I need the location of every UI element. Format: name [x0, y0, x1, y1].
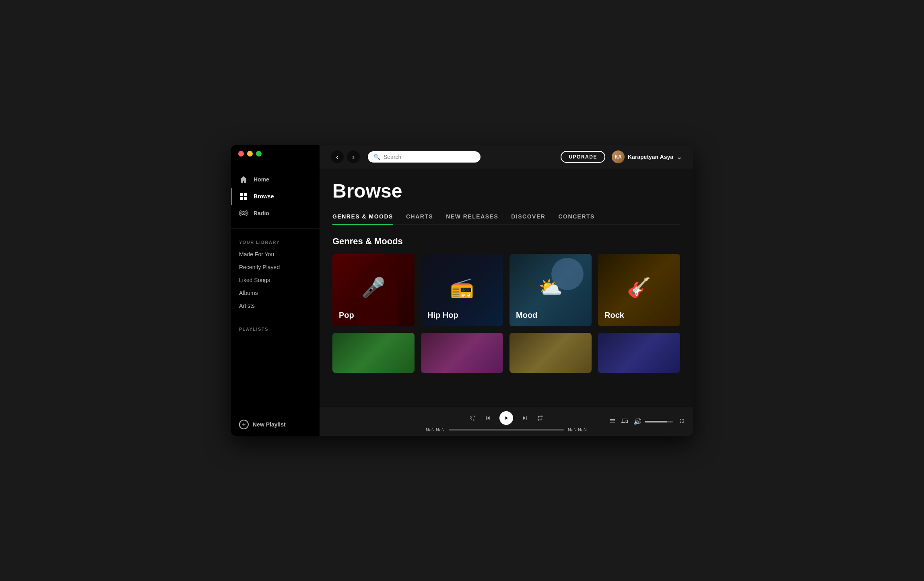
- user-name: Karapetyan Asya: [628, 154, 673, 160]
- volume-icon[interactable]: 🔊: [633, 418, 641, 425]
- time-total: NaN:NaN: [568, 427, 587, 432]
- player-controls: [469, 411, 544, 425]
- tab-concerts[interactable]: CONCERTS: [558, 213, 595, 225]
- back-button[interactable]: ‹: [331, 150, 344, 163]
- repeat-button[interactable]: [536, 414, 544, 422]
- sidebar: Home Browse: [231, 145, 320, 436]
- main-content: ‹ › 🔍 UPGRADE KA Karapetyan Asya ⌄: [320, 145, 693, 436]
- your-library-section: YOUR LIBRARY Made For You Recently Playe…: [231, 232, 320, 312]
- svg-rect-0: [240, 193, 243, 196]
- mood-icon: ⛅: [538, 276, 563, 299]
- upgrade-button[interactable]: UPGRADE: [561, 151, 605, 163]
- search-bar[interactable]: 🔍: [368, 151, 481, 163]
- genre-card-8[interactable]: [598, 333, 680, 373]
- genres-section-title: Genres & Moods: [332, 236, 680, 247]
- user-profile[interactable]: KA Karapetyan Asya ⌄: [612, 150, 682, 163]
- new-playlist-button[interactable]: + New Playlist: [239, 420, 311, 429]
- play-button[interactable]: [499, 411, 513, 425]
- genre-card-rock[interactable]: 🎸 Rock: [598, 254, 680, 326]
- home-icon: [239, 175, 248, 184]
- genre-card-7[interactable]: [509, 333, 592, 373]
- sidebar-item-browse[interactable]: Browse: [231, 188, 320, 205]
- shuffle-button[interactable]: [469, 414, 476, 422]
- player-bar: NaN:NaN NaN:NaN 🔊: [320, 407, 693, 436]
- topbar: ‹ › 🔍 UPGRADE KA Karapetyan Asya ⌄: [320, 145, 693, 169]
- svg-rect-1: [244, 193, 247, 196]
- sidebar-divider: [231, 228, 320, 229]
- genre-card-6[interactable]: [421, 333, 503, 373]
- sidebar-item-home-label: Home: [254, 176, 269, 183]
- genre-label-mood: Mood: [516, 311, 537, 320]
- player-right: 🔊: [591, 418, 685, 426]
- previous-button[interactable]: [484, 414, 491, 422]
- progress-track[interactable]: [449, 429, 564, 431]
- queue-icon[interactable]: [609, 418, 616, 426]
- playlists-section: PLAYLISTS: [231, 319, 320, 335]
- sidebar-item-artists[interactable]: Artists: [231, 299, 320, 312]
- plus-circle-icon: +: [239, 420, 249, 429]
- genre-grid: 🎤 Pop 📻 Hip Hop ⛅: [332, 254, 680, 373]
- volume-controls: 🔊: [633, 418, 673, 425]
- sidebar-bottom: + New Playlist: [231, 413, 320, 436]
- volume-bar[interactable]: [645, 421, 673, 422]
- hiphop-icon: 📻: [450, 276, 474, 299]
- browse-tabs: GENRES & MOODS CHARTS NEW RELEASES DISCO…: [332, 213, 680, 225]
- sidebar-item-albums[interactable]: Albums: [231, 286, 320, 299]
- svg-rect-3: [244, 197, 247, 200]
- browse-title: Browse: [332, 180, 680, 202]
- close-button[interactable]: [238, 151, 244, 157]
- svg-rect-2: [240, 197, 243, 200]
- forward-button[interactable]: ›: [347, 150, 360, 163]
- sidebar-item-browse-label: Browse: [254, 193, 274, 200]
- traffic-lights: [238, 151, 262, 157]
- genre-card-5[interactable]: [332, 333, 415, 373]
- rock-icon: 🎸: [627, 276, 651, 299]
- search-input[interactable]: [384, 154, 475, 160]
- sidebar-nav: Home Browse: [231, 168, 320, 225]
- tab-genres-moods[interactable]: GENRES & MOODS: [332, 213, 393, 225]
- sidebar-item-recently-played[interactable]: Recently Played: [231, 261, 320, 274]
- fullscreen-button[interactable]: [256, 151, 262, 157]
- app-body: Home Browse: [231, 145, 693, 436]
- sidebar-item-home[interactable]: Home: [231, 171, 320, 188]
- avatar: KA: [612, 150, 625, 163]
- tab-discover[interactable]: DISCOVER: [511, 213, 545, 225]
- browse-icon: [239, 192, 248, 201]
- devices-icon[interactable]: [621, 418, 628, 426]
- app-window: Home Browse: [231, 145, 693, 436]
- your-library-label: YOUR LIBRARY: [231, 232, 320, 248]
- avatar-inner: KA: [612, 150, 625, 163]
- genre-card-pop[interactable]: 🎤 Pop: [332, 254, 415, 326]
- next-button[interactable]: [521, 414, 528, 422]
- search-icon: 🔍: [373, 154, 380, 160]
- sidebar-item-radio-label: Radio: [254, 210, 269, 216]
- time-current: NaN:NaN: [426, 427, 445, 432]
- svg-point-5: [243, 213, 244, 214]
- tab-new-releases[interactable]: NEW RELEASES: [446, 213, 498, 225]
- player-center: NaN:NaN NaN:NaN: [426, 411, 587, 432]
- topbar-right: UPGRADE KA Karapetyan Asya ⌄: [561, 150, 682, 163]
- browse-area: Browse GENRES & MOODS CHARTS NEW RELEASE…: [320, 169, 693, 407]
- minimize-button[interactable]: [247, 151, 253, 157]
- volume-fill: [645, 421, 667, 422]
- radio-icon: [239, 209, 248, 218]
- playlists-label: PLAYLISTS: [231, 319, 320, 335]
- tab-charts[interactable]: CHARTS: [406, 213, 433, 225]
- new-playlist-label: New Playlist: [253, 421, 286, 428]
- genre-card-mood[interactable]: ⛅ Mood: [509, 254, 592, 326]
- genre-card-hiphop[interactable]: 📻 Hip Hop: [421, 254, 503, 326]
- sidebar-item-liked-songs[interactable]: Liked Songs: [231, 274, 320, 286]
- genre-label-pop: Pop: [339, 311, 354, 320]
- genre-label-hiphop: Hip Hop: [427, 311, 458, 320]
- progress-bar-container: NaN:NaN NaN:NaN: [426, 427, 587, 432]
- nav-arrows: ‹ ›: [331, 150, 360, 163]
- chevron-down-icon: ⌄: [676, 153, 682, 161]
- genre-label-rock: Rock: [604, 311, 624, 320]
- fullscreen-icon[interactable]: [679, 418, 685, 426]
- sidebar-item-radio[interactable]: Radio: [231, 205, 320, 222]
- pop-icon: 🎤: [361, 276, 386, 299]
- sidebar-item-made-for-you[interactable]: Made For You: [231, 248, 320, 261]
